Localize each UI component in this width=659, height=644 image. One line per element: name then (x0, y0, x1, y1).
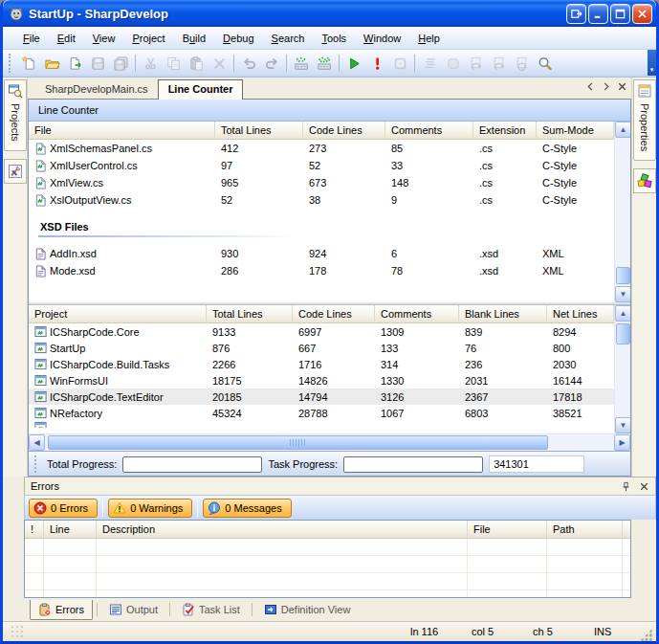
vertical-scrollbar[interactable]: ▲▼ (614, 305, 630, 433)
scroll-down-arrow[interactable]: ▼ (615, 417, 630, 433)
sidebar-tab-properties[interactable]: Properties (633, 79, 656, 161)
minimize-button[interactable] (588, 4, 608, 24)
open-folder-button[interactable] (40, 52, 63, 75)
run-button[interactable] (342, 52, 365, 75)
table-row[interactable]: ICSharpCode.TextEditor201851479431262367… (29, 389, 614, 405)
column-header-total-lines[interactable]: Total Lines (215, 122, 303, 139)
breakpoint-button[interactable] (441, 52, 464, 75)
menu-build[interactable]: Build (174, 30, 214, 47)
menu-debug[interactable]: Debug (214, 30, 262, 47)
cut-button[interactable] (139, 52, 162, 75)
errors-pad-close-icon[interactable] (639, 481, 649, 492)
table-row[interactable]: XmlUserControl.cs975233.csC-Style (29, 157, 614, 174)
pad-tab-definition-view[interactable]: Definition View (256, 600, 359, 619)
column-header-sum-mode[interactable]: Sum-Mode (537, 122, 614, 139)
bookmark-list-button[interactable] (418, 52, 441, 75)
column-header-comments[interactable]: Comments (375, 305, 459, 322)
table-row[interactable]: StartUp87666713376800 (29, 340, 614, 356)
horizontal-scroll-thumb[interactable] (48, 435, 548, 450)
scroll-left-arrow[interactable]: ◀ (29, 434, 45, 451)
scroll-up-arrow[interactable]: ▲ (615, 122, 630, 138)
scroll-down-arrow[interactable]: ▼ (615, 286, 630, 302)
table-row[interactable]: NRefactory45324287881067680338521 (29, 405, 614, 421)
errors-column-severity[interactable]: ! (25, 521, 44, 538)
step-over-button[interactable] (464, 52, 487, 75)
table-row[interactable]: AddIn.xsd9309246.xsdXML (29, 245, 614, 262)
step-into-button[interactable] (487, 52, 510, 75)
menu-view[interactable]: View (84, 30, 124, 47)
progress-strip-grip[interactable] (34, 455, 39, 473)
maximize-button[interactable] (610, 4, 630, 24)
build-button[interactable] (290, 52, 313, 75)
float-window-button[interactable] (566, 4, 586, 24)
table-row[interactable] (29, 421, 614, 428)
stop-button[interactable] (388, 52, 411, 75)
errors-column-description[interactable]: Description (97, 521, 468, 538)
document-arrow-button[interactable] (63, 52, 86, 75)
table-row[interactable]: XmlSchemasPanel.cs41227385.csC-Style (29, 140, 614, 157)
toolbar-grip[interactable] (9, 54, 14, 73)
column-header-blank-lines[interactable]: Blank Lines (459, 305, 547, 322)
menu-help[interactable]: Help (409, 30, 449, 47)
search-button[interactable] (533, 52, 556, 75)
column-header-extension[interactable]: Extension (473, 122, 537, 139)
undo-button[interactable] (237, 52, 260, 75)
tab-close-button[interactable] (617, 81, 627, 92)
save-all-button[interactable] (109, 52, 132, 75)
tab-scroll-left-button[interactable] (586, 82, 595, 91)
close-window-button[interactable] (632, 4, 652, 24)
menu-project[interactable]: Project (123, 30, 173, 47)
sidebar-tab-projects[interactable]: Projects (4, 79, 27, 151)
toolbar-overflow-button[interactable]: ▾ (648, 50, 656, 76)
errors-column-line[interactable]: Line (44, 521, 97, 538)
sidebar-tab-tools[interactable] (4, 159, 27, 184)
menu-search[interactable]: Search (263, 30, 314, 47)
new-file-button[interactable] (17, 52, 40, 75)
pad-tab-task-list[interactable]: Task List (174, 600, 248, 619)
column-header-code-lines[interactable]: Code Lines (293, 305, 375, 322)
table-row[interactable]: ICSharpCode.Core9133699713098398294 (29, 323, 614, 340)
progress-value-box[interactable]: 341301 (489, 455, 584, 473)
pad-tab-output[interactable]: Output (101, 600, 165, 619)
horizontal-scrollbar[interactable]: ◀ ▶ (29, 433, 630, 451)
abort-button[interactable] (365, 52, 388, 75)
resize-grip[interactable] (640, 629, 652, 641)
filter-errors-button[interactable]: 0 Errors (29, 499, 98, 518)
step-out-button[interactable] (510, 52, 533, 75)
filter-messages-button[interactable]: 0 Messages (203, 499, 291, 518)
delete-button[interactable] (208, 52, 231, 75)
vertical-scrollbar[interactable]: ▲▼ (614, 122, 630, 302)
build-all-button[interactable] (313, 52, 336, 75)
column-header-comments[interactable]: Comments (385, 122, 473, 139)
table-row[interactable]: WinFormsUI18175148261330203116144 (29, 372, 614, 389)
copy-button[interactable] (162, 52, 185, 75)
menu-tools[interactable]: Tools (313, 30, 355, 47)
doc-tab-line-counter[interactable]: Line Counter (158, 79, 244, 100)
table-row[interactable]: XmlView.cs965673148.csC-Style (29, 174, 614, 191)
menu-file[interactable]: File (14, 30, 49, 47)
pad-tab-errors[interactable]: Errors (30, 600, 93, 620)
menu-edit[interactable]: Edit (49, 30, 84, 47)
scroll-right-arrow[interactable]: ▶ (614, 434, 630, 451)
errors-column-path[interactable]: Path (547, 521, 623, 538)
column-header-net-lines[interactable]: Net Lines (547, 305, 614, 322)
pin-icon[interactable] (621, 481, 631, 492)
tab-scroll-right-button[interactable] (602, 82, 610, 91)
vertical-scroll-thumb[interactable] (616, 267, 630, 284)
column-header-code-lines[interactable]: Code Lines (303, 122, 385, 139)
doc-tab-sharpdevelopmain-cs[interactable]: SharpDevelopMain.cs (35, 80, 158, 99)
table-row[interactable]: XslOutputView.cs52389.csC-Style (29, 191, 614, 209)
column-header-project[interactable]: Project (29, 305, 207, 322)
table-row[interactable]: ICSharpCode.Build.Tasks22661716314236203… (29, 356, 614, 372)
redo-button[interactable] (260, 52, 283, 75)
save-button[interactable] (86, 52, 109, 75)
vertical-scroll-thumb[interactable] (616, 323, 630, 344)
column-header-total-lines[interactable]: Total Lines (207, 305, 293, 322)
column-header-file[interactable]: File (29, 122, 215, 139)
paste-button[interactable] (185, 52, 208, 75)
menu-window[interactable]: Window (355, 30, 409, 47)
errors-column-file[interactable]: File (468, 521, 547, 538)
filter-warnings-button[interactable]: 0 Warnings (108, 499, 192, 518)
table-row[interactable]: Mode.xsd28617878.xsdXML (29, 262, 614, 279)
sidebar-tab-toolbox[interactable] (633, 168, 656, 193)
